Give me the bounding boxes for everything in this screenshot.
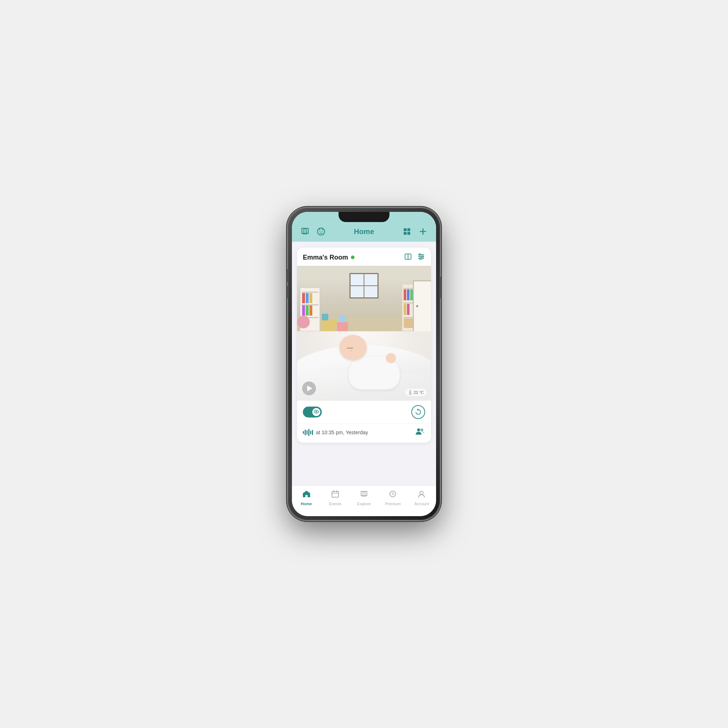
event-timestamp: at 10:35 pm, Yesterday [316, 430, 368, 435]
volume-down-button[interactable] [286, 286, 288, 298]
room-window [349, 273, 379, 298]
nav-label-explore: Explore [357, 502, 370, 506]
toggle-thumb [312, 408, 320, 416]
baby-head [340, 335, 367, 360]
temperature-value: 21 [413, 390, 418, 395]
volume-up-button[interactable] [286, 269, 288, 282]
baby-body [349, 357, 400, 390]
card-controls-row [297, 401, 431, 423]
svg-rect-6 [407, 232, 410, 235]
phone-screen: Home [292, 212, 436, 516]
sound-bar-3 [306, 430, 307, 434]
online-status-dot [351, 255, 355, 259]
nav-label-account: Account [414, 502, 429, 506]
app-content: Emma's Room [292, 242, 436, 485]
svg-point-0 [317, 228, 325, 235]
toy-red [337, 322, 348, 331]
page-title: Home [354, 228, 374, 236]
svg-point-20 [316, 411, 317, 412]
card-header-controls [404, 252, 425, 262]
notch [338, 212, 390, 222]
svg-rect-4 [407, 228, 410, 231]
nav-item-explore[interactable]: Explore [349, 488, 378, 508]
power-button[interactable] [440, 277, 442, 298]
explore-icon [359, 490, 369, 500]
thermometer-icon [408, 390, 412, 395]
camera-feed-baby[interactable]: 21 °C [297, 331, 431, 401]
sound-bar-2 [305, 430, 306, 435]
sound-bar-6 [312, 430, 313, 435]
svg-rect-23 [332, 491, 338, 497]
svg-point-14 [419, 254, 421, 255]
nav-item-account[interactable]: Account [407, 488, 436, 508]
temperature-badge: 21 °C [405, 389, 427, 396]
svg-point-22 [421, 428, 423, 431]
baby-face-icon[interactable] [315, 226, 327, 237]
room-door [413, 280, 431, 331]
nav-item-home[interactable]: Home [292, 488, 321, 508]
nav-item-premium[interactable]: Premium [379, 488, 407, 508]
sound-wave-icon [303, 429, 313, 436]
svg-point-21 [417, 428, 420, 431]
sound-bar-4 [308, 429, 309, 436]
camera-card: Emma's Room [297, 248, 431, 443]
toggle-track[interactable] [303, 407, 322, 418]
card-header: Emma's Room [297, 248, 431, 266]
nav-label-home: Home [301, 502, 312, 506]
bottom-nav: Home Events [292, 485, 436, 516]
baby-fist [386, 353, 396, 363]
svg-rect-17 [410, 390, 411, 393]
sound-bar-5 [310, 431, 311, 434]
rotate-button[interactable] [411, 405, 425, 419]
home-icon [302, 490, 311, 500]
room-name-text: Emma's Room [303, 254, 348, 262]
grid-icon[interactable] [401, 226, 413, 237]
header-left-icons [299, 226, 327, 237]
play-triangle-icon [307, 385, 312, 391]
svg-point-16 [420, 258, 422, 260]
svg-point-1 [319, 231, 320, 232]
toy-yellow-basket [322, 320, 336, 331]
toy-blue-block [322, 314, 328, 320]
header-right-icons [401, 226, 429, 237]
split-view-icon[interactable] [404, 252, 412, 262]
eye-icon [314, 410, 319, 414]
book-icon[interactable] [299, 226, 311, 237]
nav-label-premium: Premium [385, 502, 401, 506]
temperature-unit: °C [419, 390, 424, 395]
account-icon [417, 490, 426, 500]
baby-eye [347, 348, 353, 349]
premium-icon [388, 490, 397, 500]
svg-point-28 [420, 491, 423, 495]
svg-point-15 [422, 256, 423, 258]
monitor-toggle[interactable] [303, 407, 322, 418]
settings-sliders-icon[interactable] [417, 252, 425, 262]
people-icon[interactable] [415, 427, 425, 437]
svg-rect-3 [404, 228, 407, 231]
toy-pink-ball [297, 316, 310, 328]
svg-point-2 [322, 231, 323, 232]
play-button[interactable] [302, 381, 316, 395]
nav-item-events[interactable]: Events [321, 488, 349, 508]
toy-ball-blue [339, 315, 346, 323]
room-door-knob [416, 305, 418, 307]
events-icon [331, 490, 340, 500]
camera-feed-room[interactable] [297, 266, 431, 331]
sound-bar-1 [303, 431, 304, 434]
room-name-label: Emma's Room [303, 254, 355, 262]
phone-device: Home [288, 208, 440, 520]
baby-nose [350, 350, 353, 352]
event-row: at 10:35 pm, Yesterday [297, 423, 431, 443]
nav-label-events: Events [329, 502, 341, 506]
svg-rect-5 [404, 232, 407, 235]
room-scene-bg [297, 266, 431, 331]
event-info: at 10:35 pm, Yesterday [303, 429, 368, 436]
plus-icon[interactable] [417, 226, 429, 237]
